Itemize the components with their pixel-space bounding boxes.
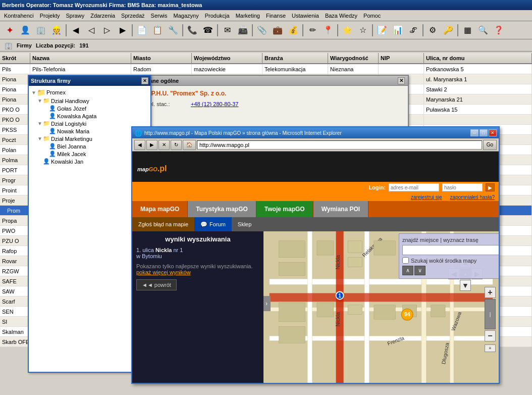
login-submit-btn[interactable]: ▶ xyxy=(486,183,495,191)
map-restore-btn[interactable]: □ xyxy=(480,129,488,136)
zoom-out-btn[interactable]: − xyxy=(485,330,496,341)
nav-zglosz[interactable]: Zgłoś błąd na mapie xyxy=(132,217,194,231)
toolbar-arrow-left2-btn[interactable]: ◁ xyxy=(84,23,99,37)
menu-projekty[interactable]: Projekty xyxy=(37,12,63,20)
forgot-link[interactable]: zapomniałeś hasła? xyxy=(450,194,495,200)
toolbar-chart-btn[interactable]: 📊 xyxy=(390,23,405,37)
menu-pomoc[interactable]: Pomoc xyxy=(360,12,384,20)
zoom-in-btn[interactable]: + xyxy=(485,287,496,298)
expand-down-btn[interactable]: ∨ xyxy=(414,266,425,275)
svg-rect-27 xyxy=(374,305,395,319)
map-close-btn[interactable]: ✕ xyxy=(489,129,497,136)
back-nav-btn[interactable]: ◀ xyxy=(134,140,145,150)
map-window-controls: ─ □ ✕ xyxy=(470,129,497,136)
forward-nav-btn[interactable]: ▶ xyxy=(146,140,157,150)
menu-marketing[interactable]: Marketing xyxy=(233,12,263,20)
back-btn[interactable]: ◄◄ powrót xyxy=(136,279,177,290)
toolbar-doc2-btn[interactable]: 📋 xyxy=(150,23,165,37)
toolbar-grid-btn[interactable]: ▦ xyxy=(460,23,475,37)
menu-sprawy[interactable]: Sprawy xyxy=(63,12,87,20)
expand-up-btn[interactable]: ∧ xyxy=(402,266,413,275)
svg-rect-18 xyxy=(348,241,362,253)
toolbar-doc-btn[interactable]: 📄 xyxy=(134,23,149,37)
toolbar-tools-btn[interactable]: 🔧 xyxy=(166,23,181,37)
tree-milek-label: Milek Jacek xyxy=(57,151,86,157)
nav-down-btn[interactable]: ▼ xyxy=(460,280,471,291)
toolbar-fax-btn[interactable]: 📠 xyxy=(235,23,250,37)
toolbar-clip-btn[interactable]: 🖇 xyxy=(406,23,421,37)
td-skrot: PORT xyxy=(0,165,30,175)
login-email-input[interactable] xyxy=(389,183,439,191)
dane-close-btn[interactable]: ✕ xyxy=(398,77,405,84)
map-search-input[interactable] xyxy=(402,245,499,255)
th-nazwa: Nazwa xyxy=(30,53,131,64)
tree-expand-icon: ▼ xyxy=(31,90,37,95)
go-nav-btn[interactable]: Go xyxy=(483,140,497,150)
svg-rect-3 xyxy=(307,231,312,383)
nav-turystyka[interactable]: Turystyka mapGO xyxy=(188,201,256,217)
menu-produkcja[interactable]: Produkcja xyxy=(202,12,233,20)
toolbar-alert-btn[interactable]: ✦ xyxy=(2,23,17,37)
zoom-slider[interactable]: | xyxy=(485,299,496,329)
show-more-link[interactable]: pokaż więcej wyników xyxy=(136,269,191,275)
menu-baza-wiedzy[interactable]: Baza Wiedzy xyxy=(322,12,360,20)
toolbar-building-btn[interactable]: 🏢 xyxy=(33,23,48,37)
nav-twoje[interactable]: Twoje mapGO xyxy=(256,201,313,217)
toolbar-phone-btn[interactable]: 📞 xyxy=(185,23,200,37)
panel-arrow-btn[interactable]: › xyxy=(263,296,271,311)
url-bar[interactable] xyxy=(197,140,482,150)
toolbar-pen-btn[interactable]: ✏ xyxy=(305,23,320,37)
tree-biel-label: Biel Joanna xyxy=(57,143,86,150)
toolbar-star-btn[interactable]: ⭐ xyxy=(340,23,355,37)
home-nav-btn[interactable]: 🏠 xyxy=(183,140,196,150)
menu-zdarzenia[interactable]: Zdarzenia xyxy=(87,12,118,20)
toolbar-arrow-left-btn[interactable]: ◀ xyxy=(68,23,83,37)
login-password-input[interactable] xyxy=(442,183,483,191)
table-row[interactable]: Pils Pils-Telefonia Radom mazowieckie Te… xyxy=(0,64,532,74)
nav-mapa[interactable]: Mapa mapGO xyxy=(132,201,188,217)
menu-kontrahenci[interactable]: Kontrahenci xyxy=(1,12,37,20)
toolbar-tools2-btn[interactable]: ⚙ xyxy=(425,23,440,37)
menu-magazyny[interactable]: Magazyny xyxy=(171,12,202,20)
toolbar-arrow-right-btn[interactable]: ▷ xyxy=(99,23,115,37)
toolbar-phone2-btn[interactable]: ☎ xyxy=(200,23,216,37)
toolbar-star2-btn[interactable]: ☆ xyxy=(355,23,370,37)
td-skrot: Piona xyxy=(0,94,30,105)
toolbar-help-btn[interactable]: ❓ xyxy=(491,23,506,37)
menu-serwis[interactable]: Serwis xyxy=(148,12,171,20)
toolbar-task-btn[interactable]: 📝 xyxy=(375,23,390,37)
nav-sklep[interactable]: Sklep xyxy=(232,217,258,231)
tree-dh[interactable]: ▼ 📁 Dział Handlowy xyxy=(31,97,148,105)
nav-forum[interactable]: 💬 Forum xyxy=(194,217,232,231)
map-minimize-btn[interactable]: ─ xyxy=(470,129,478,136)
refresh-nav-btn[interactable]: ↻ xyxy=(171,140,182,150)
menu-finanse[interactable]: Finanse xyxy=(263,12,289,20)
toolbar-search-btn[interactable]: 🔍 xyxy=(475,23,491,37)
search-near-checkbox[interactable] xyxy=(402,257,409,264)
menu-ustawienia[interactable]: Ustawienia xyxy=(289,12,322,20)
toolbar-email-btn[interactable]: ✉ xyxy=(220,23,235,37)
toolbar-wallet-btn[interactable]: 💼 xyxy=(270,23,285,37)
register-link[interactable]: zarejestruj się xyxy=(411,194,442,200)
tree-kowalska[interactable]: 👤 Kowalska Agata xyxy=(31,112,148,120)
toolbar-arrow-right2-btn[interactable]: ▶ xyxy=(115,23,130,37)
menu-sprzedaz[interactable]: Sprzedaż xyxy=(118,12,147,20)
nav-wymiana[interactable]: Wymiana POI xyxy=(313,201,368,217)
toolbar-person2-btn[interactable]: 👷 xyxy=(49,23,64,37)
stop-nav-btn[interactable]: ✕ xyxy=(158,140,170,150)
toolbar-wrench-btn[interactable]: 🔑 xyxy=(441,23,456,37)
struct-close-btn[interactable]: ✕ xyxy=(141,77,148,84)
tree-expand-dl: ▼ xyxy=(37,121,43,126)
toolbar-attach-btn[interactable]: 📎 xyxy=(254,23,270,37)
toolbar-person-btn[interactable]: 👤 xyxy=(18,23,33,37)
dane-tel-value[interactable]: +48 (12) 280-80-37 xyxy=(191,101,238,107)
th-ulica: Ulica, nr domu xyxy=(424,53,532,64)
tree-golas[interactable]: 👤 Gołas Józef xyxy=(31,105,148,112)
td-skrot: PKSS xyxy=(0,125,30,135)
td-skrot: Polan xyxy=(0,145,30,155)
toolbar-map-btn[interactable]: 📍 xyxy=(321,23,336,37)
map-left-panel: wyniki wyszukiwania 1. ulica Nickla nr 1… xyxy=(132,231,263,383)
tree-root[interactable]: ▼ 📁 Promex xyxy=(31,88,148,97)
toolbar-coin-btn[interactable]: 💰 xyxy=(286,23,301,37)
svg-text:1: 1 xyxy=(338,293,341,299)
